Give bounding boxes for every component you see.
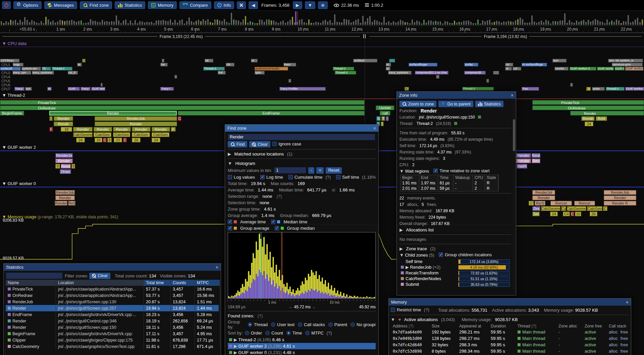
- frame-bar[interactable]: [106, 21, 108, 25]
- zone-info-titlebar[interactable]: Zone info×: [397, 92, 516, 99]
- timeline-zone[interactable]: Render: [55, 195, 75, 200]
- frame-bar[interactable]: [177, 23, 178, 25]
- frame-bar[interactable]: [247, 23, 249, 25]
- frame-bar[interactable]: [498, 21, 500, 25]
- frame-bar[interactable]: [336, 22, 338, 25]
- cpu-zone[interactable]: [101, 83, 103, 87]
- timeline-zone[interactable]: l: [381, 122, 384, 126]
- frame-marker[interactable]: Frame 3,194 (13.92 ms): [367, 33, 644, 40]
- frame-bar[interactable]: [252, 22, 253, 25]
- cpu-zone[interactable]: Thread-2: [335, 71, 356, 75]
- cpu-zone[interactable]: Thread-2: [333, 67, 354, 71]
- frame-bar[interactable]: [541, 20, 542, 25]
- checkbox-log-values[interactable]: Log values: [228, 175, 255, 180]
- checkbox-time-relative-to-zone-start[interactable]: Time relative to zone start: [433, 168, 489, 173]
- frame-bar[interactable]: [36, 23, 37, 25]
- prev-frame-button[interactable]: ◀: [249, 1, 258, 9]
- frame-bar[interactable]: [22, 22, 23, 25]
- frame-bar[interactable]: [524, 23, 526, 25]
- cpu-zone[interactable]: kvgp: [13, 63, 23, 66]
- cpu-zone[interactable]: [288, 79, 291, 83]
- frame-bar[interactable]: [315, 22, 317, 25]
- frame-bar[interactable]: [156, 20, 157, 25]
- frame-bar[interactable]: [92, 21, 94, 25]
- timeline-zone[interactable]: Render: [73, 127, 93, 132]
- timeline-zone[interactable]: Render: [49, 111, 177, 116]
- timeline-zone[interactable]: CalcGeo: [113, 132, 130, 137]
- cpu-zone[interactable]: surfaceflinger: [409, 63, 437, 66]
- frame-bar[interactable]: [397, 21, 399, 25]
- frame-bar[interactable]: [343, 19, 345, 25]
- timeline-zone[interactable]: Render: [570, 111, 644, 116]
- frame-bar[interactable]: [496, 21, 497, 25]
- frame-bar[interactable]: [275, 22, 277, 25]
- frame-bar[interactable]: [235, 20, 237, 25]
- frame-bar[interactable]: [536, 23, 537, 25]
- timeline-zone[interactable]: C: [178, 116, 181, 121]
- frame-bar[interactable]: [327, 21, 328, 25]
- decrement-button[interactable]: -: [308, 167, 314, 174]
- statistics-row[interactable]: OnRedrawjni/../jni/src/claw/application/…: [6, 292, 219, 299]
- timeline-zone[interactable]: 9: [71, 164, 75, 169]
- cpu-zone[interactable]: iservices-gms: [612, 63, 643, 66]
- timeline-zone[interactable]: Render: [132, 127, 151, 132]
- child-zones-header[interactable]: ▼ Child zones (5): [399, 253, 437, 258]
- frame-bar[interactable]: [632, 21, 634, 25]
- frame-bar[interactable]: [217, 19, 218, 25]
- checkbox-ignore-case[interactable]: Ignore case: [272, 141, 301, 146]
- timeline-zone[interactable]: 8: [55, 164, 60, 169]
- timeline-zone[interactable]: CalcGeome: [541, 206, 560, 211]
- cpu-zone[interactable]: GUIF-w: [614, 67, 625, 71]
- matched-source-locations-header[interactable]: ▶ Matched source locations (1): [228, 151, 376, 157]
- frame-bar[interactable]: [545, 20, 547, 25]
- free-stack-button[interactable]: free: [621, 329, 628, 335]
- frame-bar[interactable]: [585, 22, 587, 25]
- increment-button[interactable]: +: [316, 167, 323, 174]
- frame-bar[interactable]: [501, 23, 502, 25]
- frame-bar[interactable]: [517, 19, 519, 25]
- timeline-zone[interactable]: 24: [585, 122, 593, 126]
- frame-bar[interactable]: [383, 17, 385, 25]
- frame-bar[interactable]: [484, 21, 486, 25]
- statistics-row[interactable]: EndFramejni/../jni/src/claw/gfx/drv/vk/D…: [6, 311, 219, 318]
- frame-bar[interactable]: [595, 19, 596, 25]
- frame-bar[interactable]: [543, 22, 544, 25]
- frame-bar[interactable]: [379, 22, 380, 25]
- column-header-thread[interactable]: Thread (?): [516, 324, 556, 328]
- timeline-zone[interactable]: OnRedraw: [532, 105, 644, 110]
- compare-button[interactable]: Compare: [179, 1, 211, 9]
- frame-bar[interactable]: [123, 20, 124, 25]
- frame-bar[interactable]: [625, 21, 627, 25]
- wait-region-row[interactable]: 2.01 ms2.07 ms59 μs-2R: [400, 186, 498, 191]
- frame-bar[interactable]: [292, 17, 293, 25]
- frame-bar[interactable]: [454, 21, 455, 25]
- frame-bar[interactable]: [212, 23, 213, 25]
- histogram-plot[interactable]: [228, 232, 376, 299]
- frame-bar[interactable]: [285, 23, 286, 25]
- frame-bar[interactable]: [10, 20, 11, 25]
- frame-bar[interactable]: [299, 20, 300, 25]
- cpu-zone[interactable]: Thread-2: [52, 67, 72, 71]
- timeline-zone[interactable]: CalcGeo: [152, 132, 169, 137]
- frame-bar[interactable]: [393, 21, 394, 25]
- column-header-call-stack[interactable]: Call stack: [607, 324, 631, 328]
- histogram-header[interactable]: ▼ Histogram: [228, 161, 376, 166]
- frame-bar[interactable]: [400, 20, 401, 25]
- frame-bar[interactable]: [3, 23, 4, 25]
- timeline-zone[interactable]: CalcGeo: [587, 206, 602, 211]
- frame-bar[interactable]: [322, 21, 324, 25]
- frame-bar[interactable]: [642, 19, 643, 25]
- frame-bar[interactable]: [90, 19, 91, 25]
- power-button[interactable]: [2, 1, 11, 9]
- frame-bar[interactable]: [226, 22, 227, 25]
- checkbox-group-children-locations[interactable]: Group children locations: [439, 252, 492, 257]
- frame-bar[interactable]: [527, 23, 528, 25]
- cpu-zone[interactable]: Tracy I: [160, 87, 174, 91]
- frame-bar[interactable]: [184, 24, 185, 25]
- statistics-row[interactable]: Clipperjni/../jni/src/claw/gfx/geo/Clipp…: [6, 337, 219, 343]
- timeline-zone[interactable]: CalcGeo: [94, 132, 111, 137]
- cpu-zone[interactable]: Thread-2: [606, 87, 625, 91]
- statistics-row[interactable]: Renderjni/../jni/src/guif/Screen.cpp:150…: [6, 324, 219, 330]
- radio-parent[interactable]: Parent: [328, 322, 347, 327]
- timeline-zone[interactable]: BeginFrame: [0, 111, 24, 116]
